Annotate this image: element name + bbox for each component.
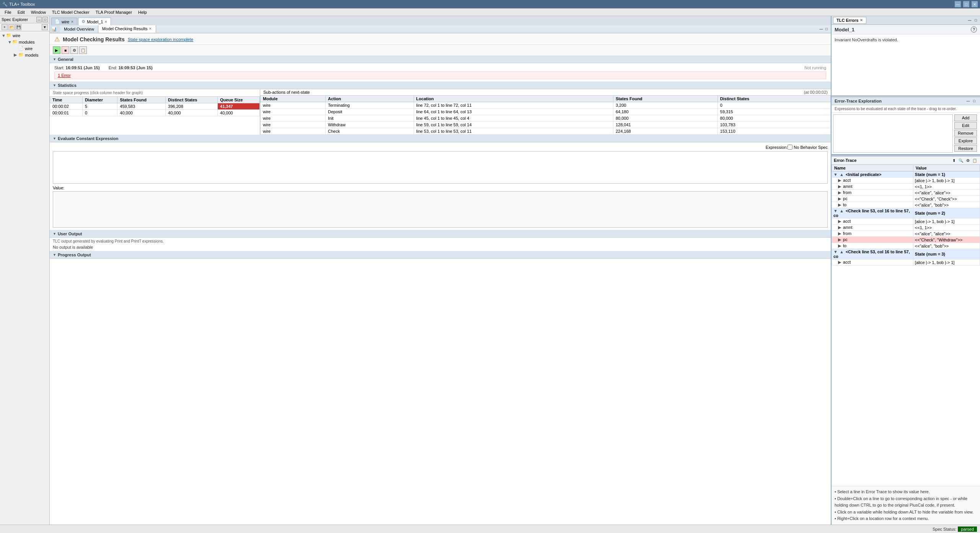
et-name-amnt-2: ▶ amnt [832,225,913,231]
et-row-from-1[interactable]: ▶ from <<"alice", "alice">> [832,190,980,196]
sidebar-menu-btn[interactable]: ▼ [42,24,48,30]
open-spec-btn[interactable]: 📂 [8,24,15,30]
et-value-to-1: <<"alice", "bob">> [913,202,980,208]
et-row-check-3[interactable]: ▼ ▲ <Check line 53, col 16 to line 57, c… [832,249,980,259]
sa-sf-4: 224,168 [613,128,717,135]
menu-edit[interactable]: Edit [15,9,28,15]
et-row-to-2[interactable]: ▶ to <<"alice", "bob">> [832,243,980,249]
stats-section-header[interactable]: ▼ Statistics [50,82,831,89]
et-icon-btn-1[interactable]: ⬆ [951,157,957,163]
col-distinct-states[interactable]: Distinct States [166,97,218,103]
et-name-initial: ▼ ▲ <Initial predicate> [832,172,913,178]
progress-output-header[interactable]: ▼ Progress Output [50,251,831,259]
minimize-button[interactable]: — [955,1,961,7]
tree-item-models[interactable]: ▶ 📁 models [12,52,49,58]
col-states-found[interactable]: States Found [117,97,166,103]
sidebar-minimize-btn[interactable]: — [36,17,42,22]
general-section-body: Start: 16:09:51 (Jun 15) End: 16:09:53 (… [50,63,831,82]
et-icon-btn-3[interactable]: ⚙ [965,157,971,163]
model-name: Model_1 [835,27,854,33]
col-queue-size[interactable]: Queue Size [218,97,260,103]
tab-wire[interactable]: 📄 wire ✕ [51,18,77,25]
run-btn[interactable]: ▶ [53,46,60,54]
et-row-from-2[interactable]: ▶ from <<"alice", "alice">> [832,231,980,237]
et-icon-btn-2[interactable]: 🔍 [958,157,964,163]
nav-tab-mc-results-label: Model Checking Results [102,26,148,31]
ete-input-area[interactable] [833,114,953,153]
tree-label-wire-module: wire [25,46,33,51]
stats-row-1: 00:00:01 0 40,000 40,000 40,000 [50,110,260,116]
ete-remove-btn[interactable]: Remove [954,130,977,137]
eval-header[interactable]: ▼ Evaluate Constant Expression [50,135,831,142]
ete-explore-btn[interactable]: Explore [954,137,977,144]
sa-action-3: Withdraw [325,122,414,128]
error-count-link[interactable]: 1 Error [58,73,71,78]
tlc-min-btn[interactable]: — [967,18,972,23]
incomplete-link[interactable]: State space exploration incomplete [128,37,193,42]
menu-file[interactable]: File [2,9,15,15]
nav-tab-mc-close[interactable]: ✕ [149,27,152,31]
ete-min-btn[interactable]: — [965,98,971,104]
spec-explorer-title: Spec Explorer [2,17,28,22]
mc-panel-max-btn[interactable]: □ [824,26,829,32]
et-row-pc-2[interactable]: ▶ pc <<"Check", "Withdraw">> [832,237,980,243]
col-diameter[interactable]: Diameter [82,97,117,103]
et-arrow-amnt-1: ▶ [838,184,841,189]
sidebar-maximize-btn[interactable]: □ [42,17,48,22]
tree-item-wire-module[interactable]: 📄 wire [12,45,49,52]
col-time[interactable]: Time [50,97,83,103]
general-section-header[interactable]: ▼ General [50,56,831,63]
new-spec-btn[interactable]: + [2,24,8,30]
tab-model1[interactable]: ⚙ Model_1 ✕ [78,18,111,25]
sa-ds-4: 153,110 [717,128,830,135]
et-row-amnt-2[interactable]: ▶ amnt <<1, 1>> [832,225,980,231]
sa-col-ds: Distinct States [717,96,830,102]
et-row-check-2[interactable]: ▼ ▲ <Check line 53, col 16 to line 57, c… [832,208,980,218]
maximize-button[interactable]: □ [963,1,969,7]
eval-collapse-icon: ▼ [53,137,56,140]
ete-restore-btn[interactable]: Restore [954,145,977,152]
nav-tab-overview[interactable]: Model Overview [60,25,98,33]
nav-tab-mc-results[interactable]: Model Checking Results ✕ [98,25,157,33]
et-value-amnt-2: <<1, 1>> [913,225,980,231]
et-row-acct-3[interactable]: ▶ acct [alice |-> 1, bob |-> 1] [832,259,980,266]
copy-btn[interactable]: 📋 [79,46,87,54]
nav-tab-overview-label: Model Overview [64,27,94,31]
sa-sf-2: 80,000 [613,115,717,122]
et-row-pc-1[interactable]: ▶ pc <<"Check", "Check">> [832,196,980,202]
tab-model1-close[interactable]: ✕ [104,20,108,24]
ete-add-btn[interactable]: Add [954,114,977,121]
save-spec-btn[interactable]: 💾 [15,24,21,30]
et-row-amnt-1[interactable]: ▶ amnt <<1, 1>> [832,184,980,190]
expression-input[interactable] [53,151,828,184]
et-row-initial[interactable]: ▼ ▲ <Initial predicate> State (num = 1) [832,172,980,178]
general-section-title: General [58,57,73,62]
no-behavior-spec-label[interactable]: No Behavior Spec [788,145,828,150]
ete-max-btn[interactable]: □ [972,98,977,104]
app-icon: 🔧 [2,2,8,7]
tree-item-wire-root[interactable]: ▼ 📁 wire [0,32,49,39]
tree-label-models: models [25,53,38,57]
stop-btn[interactable]: ■ [62,46,69,54]
et-icon-btn-4[interactable]: 📋 [972,157,978,163]
user-output-header[interactable]: ▼ User Output [50,230,831,238]
model-help-btn[interactable]: ? [971,26,977,33]
et-row-to-1[interactable]: ▶ to <<"alice", "bob">> [832,202,980,208]
generate-btn[interactable]: ⚙ [70,46,78,54]
menu-help[interactable]: Help [135,9,150,15]
mc-panel-min-btn[interactable]: — [819,26,824,32]
tlc-errors-close-icon[interactable]: ✕ [860,18,863,22]
tlc-max-btn[interactable]: □ [973,18,978,23]
tree-item-modules[interactable]: ▼ 📁 modules [6,39,49,45]
menu-tlc[interactable]: TLC Model Checker [49,9,93,15]
general-times: Start: 16:09:51 (Jun 15) End: 16:09:53 (… [54,65,153,70]
menu-window[interactable]: Window [28,9,49,15]
et-row-acct-2[interactable]: ▶ acct [alice |-> 1, bob |-> 1] [832,218,980,225]
no-behavior-spec-checkbox[interactable] [788,145,792,150]
close-button[interactable]: ✕ [972,1,978,7]
ete-edit-btn[interactable]: Edit [954,122,977,129]
tlc-errors-tab[interactable]: TLC Errors ✕ [833,17,866,24]
menu-tlapm[interactable]: TLA Proof Manager [93,9,135,15]
tab-wire-close[interactable]: ✕ [71,20,74,24]
et-row-acct-1[interactable]: ▶ acct [alice |-> 1, bob |-> 1] [832,178,980,184]
